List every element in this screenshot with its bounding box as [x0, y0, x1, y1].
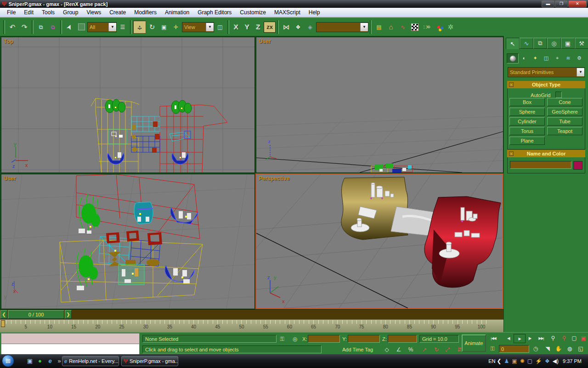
named-selection-sets-dropdown[interactable]: ▼ [316, 22, 368, 32]
menu-help[interactable]: Help [305, 9, 324, 16]
previous-frame-arrow[interactable]: ❮ [0, 310, 7, 319]
category-geometry[interactable] [507, 53, 519, 63]
viewport-user-right[interactable]: User [256, 37, 503, 173]
use-pivot-center-button[interactable]: ◫ [214, 21, 226, 33]
teapot-button[interactable]: Teapot [547, 127, 582, 135]
min-max-toggle-icon[interactable]: ◱ [575, 345, 586, 353]
schematic-view-button[interactable]: ⌂ [385, 21, 397, 33]
axis-constraint-icon[interactable]: ⤢ [443, 345, 452, 354]
viewport-user-left[interactable]: User [1, 174, 255, 309]
menu-group[interactable]: Group [59, 9, 82, 16]
cone-button[interactable]: Cone [547, 98, 582, 106]
cylinder-button[interactable]: Cylinder [509, 117, 545, 126]
restrict-plane-button[interactable]: zx [264, 22, 276, 33]
reference-coordinate-dropdown[interactable]: View ▼ [182, 22, 214, 32]
box-button[interactable]: Box [509, 98, 545, 106]
viewport-user-right-label[interactable]: User [259, 38, 271, 45]
category-lights[interactable]: ✦ [530, 53, 541, 63]
maxscript-listener-pink[interactable] [1, 333, 140, 344]
tab-display[interactable]: ▣ [561, 38, 575, 49]
select-and-rotate-button[interactable]: ↻ [146, 21, 158, 33]
redo-button[interactable]: ↷ [18, 21, 30, 33]
menu-create[interactable]: Create [105, 9, 130, 16]
pan-hand-icon[interactable]: ✋ [553, 345, 564, 353]
angle-snap-icon[interactable]: ∠ [394, 345, 403, 354]
viewport-perspective[interactable]: Perspective [255, 173, 503, 309]
current-frame-field[interactable]: 0 [499, 345, 529, 353]
time-configuration-icon[interactable]: ◷ [531, 345, 540, 353]
tab-motion[interactable]: ◎ [547, 38, 561, 49]
zoom-all-icon[interactable]: ⚲ [559, 334, 570, 342]
object-color-swatch[interactable] [573, 161, 582, 170]
selection-filter-dropdown[interactable]: All ▼ [87, 22, 117, 32]
tray-computer-icon[interactable]: ▣ [512, 358, 517, 364]
title-bar[interactable]: Ψ SniperP.gmax - gmax - [RenX game pack]… [0, 0, 588, 8]
select-and-scale-button[interactable]: ▣ [158, 21, 170, 33]
primitive-category-dropdown[interactable]: Standard Primitives ▼ [508, 67, 585, 77]
internet-explorer-icon[interactable]: e [46, 357, 54, 365]
curve-editor-button[interactable]: ∿ [397, 21, 409, 33]
tab-utilities[interactable]: ⚒ [575, 38, 588, 49]
gmax-quicklaunch-icon[interactable]: ● [36, 357, 44, 365]
viewport-perspective-label[interactable]: Perspective [259, 175, 289, 182]
object-name-input[interactable] [510, 161, 571, 169]
time-slider[interactable]: 0 / 100 [8, 310, 64, 319]
tray-expand-chevron-icon[interactable]: ❮ [497, 358, 501, 364]
geosphere-button[interactable]: GeoSphere [547, 108, 582, 116]
language-indicator[interactable]: EN [488, 358, 495, 364]
go-to-start-button[interactable]: |◀◀ [488, 334, 499, 342]
object-type-rollout-header[interactable]: - Object Type [507, 81, 585, 88]
minimize-button[interactable]: ▬ [542, 0, 554, 7]
go-to-end-button[interactable]: ▶▶| [536, 334, 547, 342]
arc-rotate-icon[interactable]: ◍ [564, 345, 575, 353]
transform-typein-icon[interactable]: ↻ [432, 345, 441, 354]
maxscript-listener-white[interactable] [1, 344, 140, 355]
next-frame-arrow[interactable]: ❯ [65, 310, 72, 319]
select-by-name-button[interactable]: ☰ [117, 21, 129, 33]
show-desktop-icon[interactable]: ▣ [26, 357, 34, 365]
tray-power-icon[interactable]: ⚡ [535, 358, 542, 364]
select-and-link-button[interactable]: ⧉ [35, 21, 47, 33]
z-coordinate-field[interactable] [388, 335, 417, 343]
select-and-manipulate-button[interactable]: ✛ [170, 21, 182, 33]
time-slider-track[interactable]: ❮ 0 / 100 ❯ [0, 309, 503, 320]
mirror-button[interactable]: ⋈ [280, 21, 292, 33]
viewport-user-left-label[interactable]: User [4, 175, 16, 182]
zoom-icon[interactable]: ⚲ [548, 334, 559, 342]
category-systems[interactable]: ⚙ [574, 53, 585, 63]
y-coordinate-field[interactable] [348, 335, 380, 343]
snap-toggle-icon[interactable]: ◇ [382, 345, 391, 354]
material-editor-button[interactable] [409, 21, 421, 33]
menu-graph-editors[interactable]: Graph Editors [193, 9, 236, 16]
add-time-tag[interactable]: Add Time Tag [342, 347, 373, 352]
name-color-rollout-header[interactable]: - Name and Color [507, 150, 585, 157]
selection-lock-icon[interactable]: ⚿ [277, 335, 287, 343]
category-shapes[interactable]: ◐ [519, 53, 530, 63]
previous-frame-button[interactable]: ◀| [503, 334, 514, 342]
menu-file[interactable]: File [3, 9, 20, 16]
category-helpers[interactable]: ⌖ [552, 53, 563, 63]
autogrid-checkbox[interactable] [555, 92, 562, 98]
menu-edit[interactable]: Edit [20, 9, 38, 16]
taskbar-item-renhelp[interactable]: e RenHelp.net - Every... [62, 356, 119, 366]
render-last-button[interactable]: ✲ [445, 21, 457, 33]
undo-button[interactable]: ↶ [6, 21, 18, 33]
tray-network-icon[interactable]: ❖ [545, 358, 550, 364]
spinner-snap-icon[interactable]: ↗ [420, 345, 429, 354]
menu-modifiers[interactable]: Modifiers [130, 9, 161, 16]
tab-hierarchy[interactable]: ⧉ [533, 38, 547, 49]
tray-display-icon[interactable]: ▢ [527, 358, 532, 364]
restore-button[interactable]: ❐ [555, 0, 568, 7]
viewport-top-label[interactable]: Top [4, 38, 13, 45]
plane-button[interactable]: Plane [509, 137, 545, 145]
restrict-x-button[interactable]: X [231, 23, 242, 31]
taskbar-item-sniperp[interactable]: Ψ SniperP.gmax - gma... [121, 356, 178, 366]
restrict-y-button[interactable]: Y [242, 23, 253, 31]
select-and-move-button[interactable]: ↔ ↕ [133, 21, 146, 34]
menu-customize[interactable]: Customize [236, 9, 270, 16]
category-cameras[interactable]: ◫ [541, 53, 552, 63]
rectangular-selection-region-button[interactable] [75, 21, 87, 33]
key-mode-icon[interactable]: ⚿ [488, 345, 497, 353]
tray-color-app-icon[interactable]: ✺ [520, 358, 525, 364]
tray-user-icon[interactable]: ♟ [504, 358, 509, 364]
